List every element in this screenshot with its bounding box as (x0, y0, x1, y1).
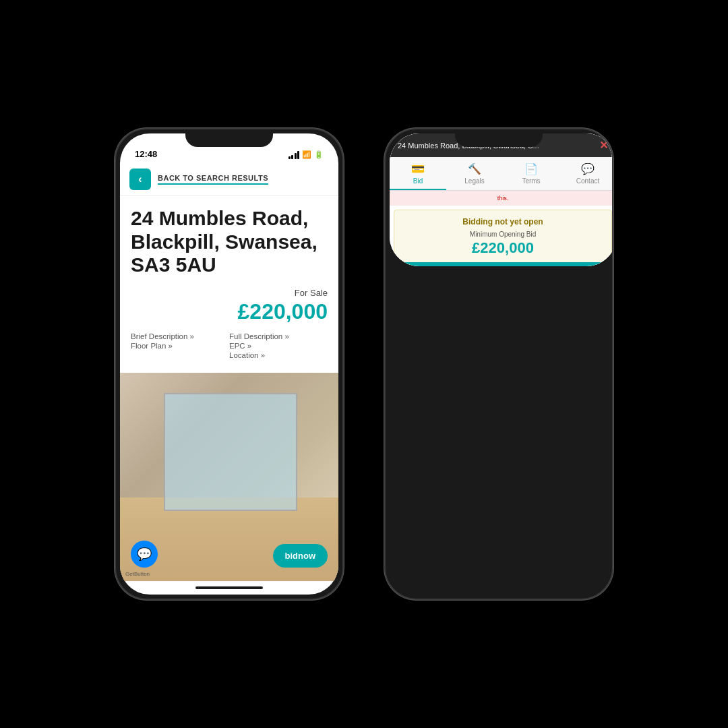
url-text: wsonsproperty.co.uk (430, 172, 497, 180)
floor-plan-link[interactable]: Floor Plan » (131, 342, 229, 350)
browser-tabs-icon[interactable]: ⧉ (580, 235, 588, 247)
browser-bar: ‹ › 🔒 wsonsproperty.co.uk ↻ □ 👤 (390, 163, 613, 191)
time-1: 12:48 (135, 149, 157, 159)
battery-icon-1: 🔋 (314, 150, 324, 159)
listing-header: For Sale £220,000 (390, 191, 613, 229)
browser-forward-icon[interactable]: › (405, 171, 408, 181)
property-info: 24 Mumbles Road, Blackpill, Swansea, SA3… (120, 196, 338, 373)
browser-nav-forward-icon[interactable]: › (456, 235, 460, 247)
browser-nav-back-icon[interactable]: ‹ (418, 235, 421, 247)
status-icons-1: 📶 🔋 (289, 150, 324, 159)
spacer (131, 351, 229, 359)
scene: 12:48 📶 🔋 ‹ BACK (115, 128, 613, 600)
home-bar-2 (469, 258, 537, 261)
bookmark-icon[interactable]: □ (588, 171, 593, 181)
back-underline (158, 183, 268, 185)
brief-desc-link[interactable]: Brief Description » (131, 332, 229, 340)
full-desc-link[interactable]: Full Description » (229, 332, 328, 340)
profile-icon[interactable]: 👤 (599, 171, 609, 181)
property-links[interactable]: Brief Description » Full Description » F… (131, 332, 328, 359)
property-image: bidnow 💬 GetButton (120, 373, 338, 582)
notch-1 (185, 129, 273, 147)
messenger-fab-1[interactable]: 💬 (131, 541, 158, 568)
back-button[interactable]: ‹ (129, 169, 151, 190)
signal-icon-1 (289, 151, 300, 159)
signal-icon-2 (566, 151, 578, 159)
time-2: 12:50 (404, 149, 427, 159)
location-link[interactable]: Location » (229, 351, 328, 359)
back-arrow-icon: ‹ (138, 173, 142, 185)
home-indicator-1 (120, 581, 338, 595)
status-icons-2: 📶 🔋 (566, 150, 602, 159)
url-bar[interactable]: 🔒 wsonsproperty.co.uk (413, 169, 570, 183)
property-title: 24 Mumbles Road, Blackpill, Swansea, SA3… (131, 207, 328, 277)
reload-icon[interactable]: ↻ (575, 171, 582, 181)
epc-link[interactable]: EPC » (229, 342, 328, 350)
notch-2 (455, 129, 543, 147)
battery-icon-2: 🔋 (592, 150, 601, 159)
browser-back-icon[interactable]: ‹ (396, 171, 400, 181)
home-indicator-2 (390, 253, 613, 266)
phone-2: 12:50 📶 🔋 ‹ › (384, 128, 613, 600)
browser-share-icon[interactable]: ⬆ (537, 235, 545, 247)
browser-nav: ‹ › 🔒 wsonsproperty.co.uk ↻ □ 👤 (396, 169, 609, 183)
home-bar-1 (195, 586, 263, 589)
browser-bottom-toolbar: ‹ › ⌂ ⬆ ⧉ (390, 229, 613, 253)
getbutton-label-1: GetButton (125, 571, 150, 577)
for-sale-browser: For Sale (398, 197, 608, 205)
lock-icon: 🔒 (419, 173, 427, 180)
browser-action-icons: ↻ □ 👤 (575, 171, 609, 181)
browser-home-icon[interactable]: ⌂ (495, 235, 502, 247)
bidnow-button[interactable]: bidnow (273, 544, 328, 568)
wifi-icon-2: 📶 (580, 150, 589, 159)
wifi-icon-1: 📶 (302, 150, 311, 159)
property-price: £220,000 (131, 299, 328, 324)
for-sale-label: For Sale (131, 288, 328, 298)
messenger-icon-1: 💬 (137, 547, 152, 562)
phone-1: 12:48 📶 🔋 ‹ BACK (115, 128, 344, 600)
back-bar[interactable]: ‹ BACK TO SEARCH RESULTS (120, 163, 338, 196)
back-label: BACK TO SEARCH RESULTS (158, 174, 268, 182)
price-browser: £220,000 (398, 205, 608, 224)
browser-content: For Sale £220,000 (390, 191, 613, 229)
